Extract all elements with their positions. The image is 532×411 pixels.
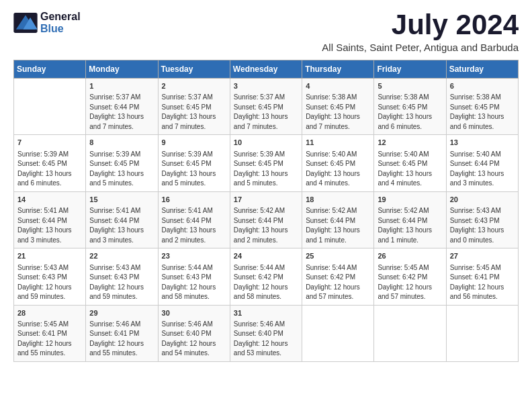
day-number: 27 xyxy=(450,251,515,261)
cell-content: Sunrise: 5:38 AM Sunset: 6:45 PM Dayligh… xyxy=(450,93,515,132)
cell-content: Sunrise: 5:39 AM Sunset: 6:45 PM Dayligh… xyxy=(17,150,82,189)
calendar-cell: 18Sunrise: 5:42 AM Sunset: 6:44 PM Dayli… xyxy=(302,191,374,248)
day-number: 21 xyxy=(17,251,82,261)
calendar-cell xyxy=(14,79,86,135)
day-number: 20 xyxy=(450,195,515,205)
cell-content: Sunrise: 5:46 AM Sunset: 6:40 PM Dayligh… xyxy=(162,320,226,359)
calendar-cell: 13Sunrise: 5:40 AM Sunset: 6:44 PM Dayli… xyxy=(446,135,518,191)
cell-content: Sunrise: 5:41 AM Sunset: 6:44 PM Dayligh… xyxy=(89,206,154,245)
cell-content: Sunrise: 5:43 AM Sunset: 6:43 PM Dayligh… xyxy=(17,263,82,302)
calendar-cell xyxy=(374,305,446,361)
calendar-cell: 21Sunrise: 5:43 AM Sunset: 6:43 PM Dayli… xyxy=(14,248,86,305)
day-number: 16 xyxy=(162,195,226,205)
logo-text: General Blue xyxy=(40,11,81,35)
calendar-header-row: SundayMondayTuesdayWednesdayThursdayFrid… xyxy=(14,60,519,79)
calendar-cell xyxy=(302,305,374,361)
calendar-cell: 2Sunrise: 5:37 AM Sunset: 6:45 PM Daylig… xyxy=(158,79,230,135)
day-number: 19 xyxy=(378,195,442,205)
calendar-cell: 11Sunrise: 5:40 AM Sunset: 6:45 PM Dayli… xyxy=(302,135,374,191)
day-number: 7 xyxy=(17,138,82,148)
cell-content: Sunrise: 5:46 AM Sunset: 6:41 PM Dayligh… xyxy=(89,320,154,359)
header-sunday: Sunday xyxy=(14,60,86,79)
cell-content: Sunrise: 5:45 AM Sunset: 6:42 PM Dayligh… xyxy=(378,263,442,302)
calendar-cell: 22Sunrise: 5:43 AM Sunset: 6:43 PM Dayli… xyxy=(86,248,158,305)
calendar-cell: 16Sunrise: 5:41 AM Sunset: 6:44 PM Dayli… xyxy=(158,191,230,248)
calendar-cell: 14Sunrise: 5:41 AM Sunset: 6:44 PM Dayli… xyxy=(14,191,86,248)
day-number: 15 xyxy=(89,195,154,205)
calendar-cell: 7Sunrise: 5:39 AM Sunset: 6:45 PM Daylig… xyxy=(14,135,86,191)
day-number: 8 xyxy=(89,138,154,148)
logo: General Blue xyxy=(13,11,81,35)
calendar-cell: 5Sunrise: 5:38 AM Sunset: 6:45 PM Daylig… xyxy=(374,79,446,135)
cell-content: Sunrise: 5:40 AM Sunset: 6:44 PM Dayligh… xyxy=(450,150,515,189)
cell-content: Sunrise: 5:42 AM Sunset: 6:44 PM Dayligh… xyxy=(378,206,442,245)
day-number: 13 xyxy=(450,138,515,148)
day-number: 28 xyxy=(17,308,82,318)
calendar-cell: 15Sunrise: 5:41 AM Sunset: 6:44 PM Dayli… xyxy=(86,191,158,248)
day-number: 30 xyxy=(162,308,226,318)
day-number: 29 xyxy=(89,308,154,318)
calendar-cell: 3Sunrise: 5:37 AM Sunset: 6:45 PM Daylig… xyxy=(230,79,302,135)
calendar-cell: 12Sunrise: 5:40 AM Sunset: 6:45 PM Dayli… xyxy=(374,135,446,191)
cell-content: Sunrise: 5:39 AM Sunset: 6:45 PM Dayligh… xyxy=(89,150,154,189)
cell-content: Sunrise: 5:41 AM Sunset: 6:44 PM Dayligh… xyxy=(17,206,82,245)
cell-content: Sunrise: 5:37 AM Sunset: 6:45 PM Dayligh… xyxy=(234,93,298,132)
calendar-cell: 28Sunrise: 5:45 AM Sunset: 6:41 PM Dayli… xyxy=(14,305,86,361)
day-number: 11 xyxy=(306,138,370,148)
calendar-week-row: 28Sunrise: 5:45 AM Sunset: 6:41 PM Dayli… xyxy=(14,305,519,361)
calendar-table: SundayMondayTuesdayWednesdayThursdayFrid… xyxy=(13,60,519,362)
location-subtitle: All Saints, Saint Peter, Antigua and Bar… xyxy=(13,42,519,53)
calendar-cell: 31Sunrise: 5:46 AM Sunset: 6:40 PM Dayli… xyxy=(230,305,302,361)
cell-content: Sunrise: 5:44 AM Sunset: 6:42 PM Dayligh… xyxy=(234,263,298,302)
calendar-cell: 23Sunrise: 5:44 AM Sunset: 6:43 PM Dayli… xyxy=(158,248,230,305)
day-number: 25 xyxy=(306,251,370,261)
calendar-cell: 26Sunrise: 5:45 AM Sunset: 6:42 PM Dayli… xyxy=(374,248,446,305)
cell-content: Sunrise: 5:44 AM Sunset: 6:42 PM Dayligh… xyxy=(306,263,370,302)
day-number: 3 xyxy=(234,81,298,91)
calendar-cell xyxy=(446,305,518,361)
header-saturday: Saturday xyxy=(446,60,518,79)
day-number: 14 xyxy=(17,195,82,205)
day-number: 22 xyxy=(89,251,154,261)
calendar-cell: 1Sunrise: 5:37 AM Sunset: 6:44 PM Daylig… xyxy=(86,79,158,135)
header-friday: Friday xyxy=(374,60,446,79)
day-number: 10 xyxy=(234,138,298,148)
day-number: 12 xyxy=(378,138,442,148)
calendar-cell: 30Sunrise: 5:46 AM Sunset: 6:40 PM Dayli… xyxy=(158,305,230,361)
day-number: 24 xyxy=(234,251,298,261)
calendar-cell: 25Sunrise: 5:44 AM Sunset: 6:42 PM Dayli… xyxy=(302,248,374,305)
calendar-cell: 10Sunrise: 5:39 AM Sunset: 6:45 PM Dayli… xyxy=(230,135,302,191)
cell-content: Sunrise: 5:40 AM Sunset: 6:45 PM Dayligh… xyxy=(378,150,442,189)
cell-content: Sunrise: 5:38 AM Sunset: 6:45 PM Dayligh… xyxy=(378,93,442,132)
cell-content: Sunrise: 5:45 AM Sunset: 6:41 PM Dayligh… xyxy=(450,263,515,302)
logo-icon xyxy=(13,13,38,33)
day-number: 6 xyxy=(450,81,515,91)
month-title: July 2024 xyxy=(392,11,519,39)
header-tuesday: Tuesday xyxy=(158,60,230,79)
cell-content: Sunrise: 5:37 AM Sunset: 6:45 PM Dayligh… xyxy=(162,93,226,132)
day-number: 2 xyxy=(162,81,226,91)
cell-content: Sunrise: 5:37 AM Sunset: 6:44 PM Dayligh… xyxy=(89,93,154,132)
calendar-week-row: 21Sunrise: 5:43 AM Sunset: 6:43 PM Dayli… xyxy=(14,248,519,305)
day-number: 9 xyxy=(162,138,226,148)
cell-content: Sunrise: 5:40 AM Sunset: 6:45 PM Dayligh… xyxy=(306,150,370,189)
day-number: 31 xyxy=(234,308,298,318)
calendar-week-row: 14Sunrise: 5:41 AM Sunset: 6:44 PM Dayli… xyxy=(14,191,519,248)
header-thursday: Thursday xyxy=(302,60,374,79)
calendar-cell: 20Sunrise: 5:43 AM Sunset: 6:43 PM Dayli… xyxy=(446,191,518,248)
title-block: July 2024 xyxy=(392,11,519,39)
calendar-cell: 6Sunrise: 5:38 AM Sunset: 6:45 PM Daylig… xyxy=(446,79,518,135)
cell-content: Sunrise: 5:43 AM Sunset: 6:43 PM Dayligh… xyxy=(89,263,154,302)
cell-content: Sunrise: 5:46 AM Sunset: 6:40 PM Dayligh… xyxy=(234,320,298,359)
calendar-week-row: 1Sunrise: 5:37 AM Sunset: 6:44 PM Daylig… xyxy=(14,79,519,135)
cell-content: Sunrise: 5:42 AM Sunset: 6:44 PM Dayligh… xyxy=(306,206,370,245)
calendar-cell: 24Sunrise: 5:44 AM Sunset: 6:42 PM Dayli… xyxy=(230,248,302,305)
calendar-week-row: 7Sunrise: 5:39 AM Sunset: 6:45 PM Daylig… xyxy=(14,135,519,191)
cell-content: Sunrise: 5:38 AM Sunset: 6:45 PM Dayligh… xyxy=(306,93,370,132)
cell-content: Sunrise: 5:44 AM Sunset: 6:43 PM Dayligh… xyxy=(162,263,226,302)
cell-content: Sunrise: 5:41 AM Sunset: 6:44 PM Dayligh… xyxy=(162,206,226,245)
calendar-cell: 8Sunrise: 5:39 AM Sunset: 6:45 PM Daylig… xyxy=(86,135,158,191)
calendar-cell: 29Sunrise: 5:46 AM Sunset: 6:41 PM Dayli… xyxy=(86,305,158,361)
calendar-cell: 9Sunrise: 5:39 AM Sunset: 6:45 PM Daylig… xyxy=(158,135,230,191)
cell-content: Sunrise: 5:39 AM Sunset: 6:45 PM Dayligh… xyxy=(162,150,226,189)
